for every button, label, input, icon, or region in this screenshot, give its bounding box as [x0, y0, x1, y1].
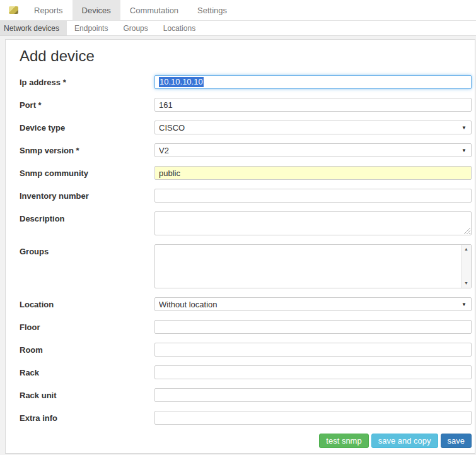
content-panel: Add device Ip address * 10.10.10.10 Port…	[5, 39, 475, 454]
snmp-community-input[interactable]	[154, 166, 472, 180]
nav-settings[interactable]: Settings	[188, 0, 236, 20]
ip-address-input[interactable]: 10.10.10.10	[154, 75, 472, 89]
add-device-form: Ip address * 10.10.10.10 Port * Device t…	[20, 75, 472, 449]
field-row-snmp-version: Snmp version * V2 ▼	[20, 143, 472, 157]
location-label: Location	[20, 297, 154, 309]
location-select[interactable]: Without location	[154, 297, 472, 311]
scroll-down-icon[interactable]: ▼	[461, 279, 471, 288]
groups-label: Groups	[20, 244, 154, 256]
groups-listbox[interactable]: ▲ ▼	[154, 244, 472, 288]
rack-input[interactable]	[154, 365, 472, 379]
floor-input[interactable]	[154, 320, 472, 334]
port-input[interactable]	[154, 98, 472, 112]
top-navbar: Reports Devices Commutation Settings	[0, 0, 476, 21]
device-type-label: Device type	[20, 121, 154, 133]
port-label: Port *	[20, 98, 154, 110]
snmp-community-label: Snmp community	[20, 166, 154, 178]
field-row-description: Description	[20, 211, 472, 235]
snmp-version-label: Snmp version *	[20, 143, 154, 155]
description-textarea[interactable]	[154, 211, 472, 235]
floor-label: Floor	[20, 320, 154, 332]
field-row-room: Room	[20, 343, 472, 357]
rack-unit-label: Rack unit	[20, 388, 154, 400]
field-row-snmp-community: Snmp community	[20, 166, 472, 180]
field-row-rack: Rack	[20, 365, 472, 379]
extra-info-label: Extra info	[20, 411, 154, 423]
ip-address-label: Ip address *	[20, 75, 154, 87]
snmp-version-select[interactable]: V2	[154, 143, 472, 157]
extra-info-input[interactable]	[154, 411, 472, 425]
location-value: Without location	[159, 300, 218, 309]
subnav-endpoints[interactable]: Endpoints	[67, 21, 115, 35]
field-row-location: Location Without location ▼	[20, 297, 472, 311]
field-row-device-type: Device type CISCO ▼	[20, 121, 472, 134]
description-label: Description	[20, 211, 154, 223]
rack-unit-input[interactable]	[154, 388, 472, 402]
field-row-inventory-number: Inventory number	[20, 189, 472, 203]
groups-scrollbar[interactable]: ▲ ▼	[461, 245, 471, 288]
room-input[interactable]	[154, 343, 472, 357]
device-type-value: CISCO	[159, 123, 185, 133]
inventory-number-label: Inventory number	[20, 189, 154, 201]
test-snmp-button[interactable]: test snmp	[319, 434, 368, 448]
field-row-rack-unit: Rack unit	[20, 388, 472, 402]
save-and-copy-button[interactable]: save and copy	[371, 434, 438, 448]
ip-address-value: 10.10.10.10	[159, 77, 204, 87]
nav-devices[interactable]: Devices	[73, 0, 120, 20]
subnav-locations[interactable]: Locations	[156, 21, 203, 35]
field-row-port: Port *	[20, 98, 472, 112]
app-logo[interactable]	[0, 0, 25, 20]
form-actions: test snmp save and copy save	[20, 434, 472, 449]
device-type-select[interactable]: CISCO	[154, 121, 472, 134]
page-title: Add device	[20, 47, 472, 65]
field-row-extra-info: Extra info	[20, 411, 472, 425]
nav-commutation[interactable]: Commutation	[120, 0, 188, 20]
save-button[interactable]: save	[441, 434, 472, 448]
field-row-floor: Floor	[20, 320, 472, 334]
scroll-up-icon[interactable]: ▲	[461, 245, 471, 254]
subnav-groups[interactable]: Groups	[115, 21, 155, 35]
nav-reports[interactable]: Reports	[25, 0, 73, 20]
inventory-number-input[interactable]	[154, 189, 472, 203]
rack-label: Rack	[20, 365, 154, 377]
sub-navbar: Network devices Endpoints Groups Locatio…	[0, 21, 476, 36]
room-label: Room	[20, 343, 154, 355]
field-row-ip-address: Ip address * 10.10.10.10	[20, 75, 472, 89]
field-row-groups: Groups ▲ ▼	[20, 244, 472, 288]
snmp-version-value: V2	[159, 146, 169, 155]
subnav-network-devices[interactable]: Network devices	[0, 21, 67, 35]
app-logo-icon	[9, 6, 18, 14]
